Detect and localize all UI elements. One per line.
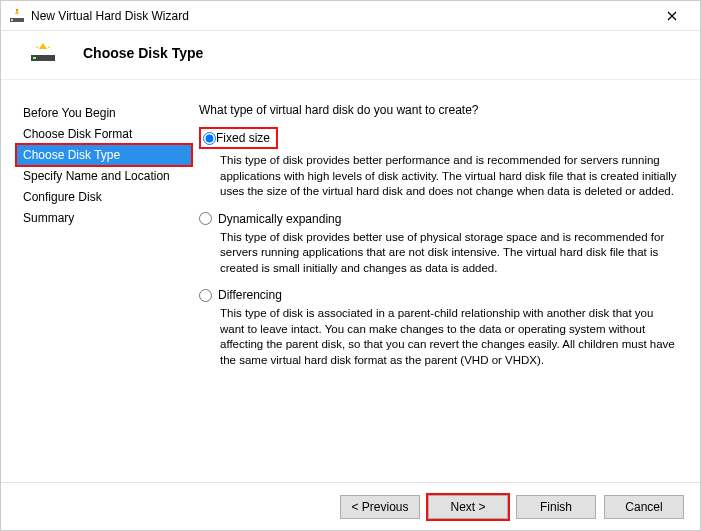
- sidebar-step-configure-disk[interactable]: Configure Disk: [17, 187, 191, 207]
- previous-button[interactable]: < Previous: [340, 495, 420, 519]
- option-row-fixed[interactable]: Fixed size: [199, 127, 680, 149]
- next-button[interactable]: Next >: [428, 495, 508, 519]
- option-description-dynamic: This type of disk provides better use of…: [220, 230, 680, 277]
- option-label-differencing: Differencing: [218, 288, 282, 302]
- option-fixed: Fixed sizeThis type of disk provides bet…: [199, 127, 680, 200]
- wizard-header: Choose Disk Type: [1, 31, 700, 80]
- content-panel: What type of virtual hard disk do you wa…: [191, 95, 700, 480]
- footer-bar: < Previous Next > Finish Cancel: [1, 482, 700, 530]
- titlebar: New Virtual Hard Disk Wizard: [1, 1, 700, 31]
- option-row-differencing[interactable]: Differencing: [199, 288, 680, 302]
- page-title: Choose Disk Type: [83, 45, 203, 61]
- wizard-body: Before You BeginChoose Disk FormatChoose…: [1, 95, 700, 480]
- option-row-dynamic[interactable]: Dynamically expanding: [199, 212, 680, 226]
- cancel-button[interactable]: Cancel: [604, 495, 684, 519]
- wizard-header-icon: [27, 43, 59, 63]
- option-description-differencing: This type of disk is associated in a par…: [220, 306, 680, 368]
- options-group: Fixed sizeThis type of disk provides bet…: [199, 127, 680, 368]
- option-label-dynamic: Dynamically expanding: [218, 212, 341, 226]
- radio-dynamic[interactable]: [199, 212, 212, 225]
- sidebar-step-choose-disk-format[interactable]: Choose Disk Format: [17, 124, 191, 144]
- steps-sidebar: Before You BeginChoose Disk FormatChoose…: [1, 95, 191, 480]
- svg-point-2: [16, 8, 18, 10]
- sidebar-step-before-you-begin[interactable]: Before You Begin: [17, 103, 191, 123]
- app-icon: [9, 8, 25, 24]
- radio-differencing[interactable]: [199, 289, 212, 302]
- prompt-text: What type of virtual hard disk do you wa…: [199, 103, 680, 117]
- window-title: New Virtual Hard Disk Wizard: [31, 9, 652, 23]
- option-label-fixed: Fixed size: [216, 131, 270, 145]
- radio-fixed[interactable]: [203, 132, 216, 145]
- finish-button[interactable]: Finish: [516, 495, 596, 519]
- sidebar-step-specify-name-and-location[interactable]: Specify Name and Location: [17, 166, 191, 186]
- close-icon: [667, 11, 677, 21]
- sidebar-step-summary[interactable]: Summary: [17, 208, 191, 228]
- svg-rect-4: [33, 57, 36, 59]
- option-dynamic: Dynamically expandingThis type of disk p…: [199, 212, 680, 277]
- sidebar-step-choose-disk-type[interactable]: Choose Disk Type: [17, 145, 191, 165]
- option-differencing: DifferencingThis type of disk is associa…: [199, 288, 680, 368]
- option-highlight: Fixed size: [199, 127, 278, 149]
- option-description-fixed: This type of disk provides better perfor…: [220, 153, 680, 200]
- svg-rect-1: [11, 19, 13, 21]
- close-button[interactable]: [652, 2, 692, 30]
